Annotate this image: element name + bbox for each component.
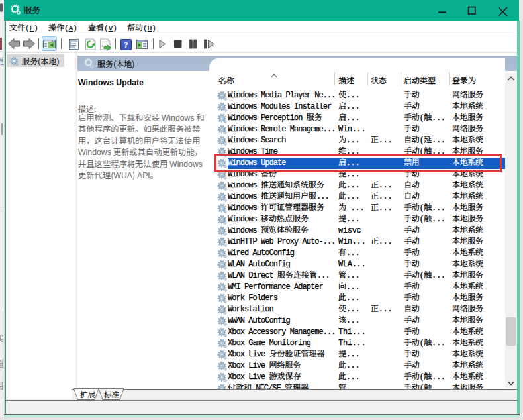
svg-text:?: ? [124,40,128,50]
